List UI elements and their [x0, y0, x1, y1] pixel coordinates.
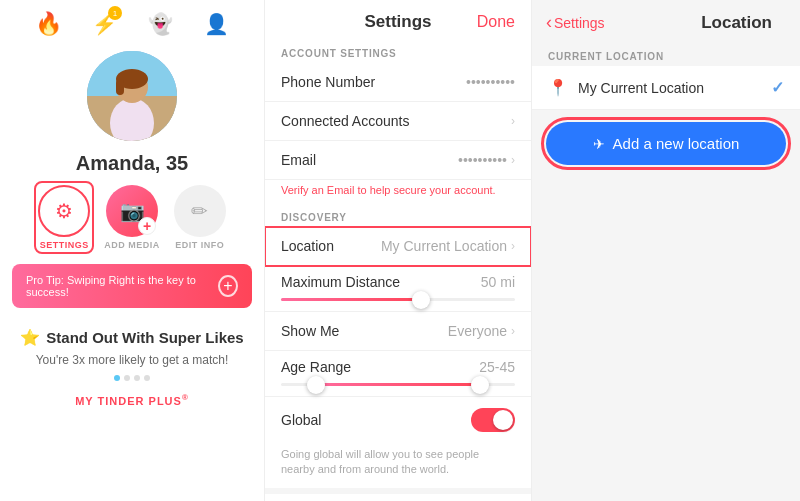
left-panel: 🔥 ⚡ 1 👻 👤 Amanda, 35 [0, 0, 265, 501]
carousel-dots [18, 375, 246, 381]
pro-tip-banner[interactable]: Pro Tip: Swiping Right is the key to suc… [12, 264, 252, 308]
email-label: Email [281, 152, 316, 168]
done-button[interactable]: Done [477, 13, 515, 31]
email-value: •••••••••• › [458, 152, 515, 168]
edit-info-label: EDIT INFO [175, 240, 224, 250]
chevron-icon: › [511, 153, 515, 167]
location-label: Location [281, 238, 334, 254]
show-me-value: Everyone › [448, 323, 515, 339]
location-row[interactable]: Location My Current Location › [265, 227, 531, 266]
middle-panel: Settings Done ACCOUNT SETTINGS Phone Num… [265, 0, 532, 501]
max-distance-value: 50 mi [481, 274, 515, 290]
max-distance-slider[interactable] [281, 298, 515, 301]
svg-rect-5 [116, 79, 124, 95]
plane-icon: ✈ [593, 136, 605, 152]
super-likes-title: ⭐ Stand Out With Super Likes [18, 328, 246, 347]
back-button[interactable]: ‹ Settings [546, 12, 605, 33]
show-me-label: Show Me [281, 323, 339, 339]
preferred-section: PREFERRED LANGUAGES English Add Language… [265, 488, 531, 501]
my-current-location-row[interactable]: 📍 My Current Location ✓ [532, 66, 800, 110]
super-likes-section: ⭐ Stand Out With Super Likes You're 3x m… [0, 320, 264, 417]
age-range-label: Age Range [281, 359, 351, 375]
phone-number-row[interactable]: Phone Number •••••••••• [265, 63, 531, 102]
user-name: Amanda, 35 [76, 152, 188, 175]
edit-info-action[interactable]: ✏ EDIT INFO [174, 185, 226, 250]
action-buttons: ⚙ SETTINGS 📷 + ADD MEDIA ✏ EDIT INFO [38, 185, 226, 250]
star-icon: ⭐ [20, 328, 40, 347]
connected-value: › [511, 114, 515, 128]
pencil-icon: ✏ [191, 199, 208, 223]
settings-label: SETTINGS [40, 240, 89, 250]
right-panel: ‹ Settings Location CURRENT LOCATION 📍 M… [532, 0, 800, 501]
age-range-slider[interactable] [281, 383, 515, 386]
camera-circle[interactable]: 📷 + [106, 185, 158, 237]
settings-title: Settings [364, 12, 431, 32]
global-note: Going global will allow you to see peopl… [265, 443, 531, 488]
age-range-max-thumb[interactable] [471, 376, 489, 394]
back-chevron-icon: ‹ [546, 12, 552, 33]
right-content: CURRENT LOCATION 📍 My Current Location ✓… [532, 41, 800, 165]
add-media-action[interactable]: 📷 + ADD MEDIA [104, 185, 160, 250]
super-likes-subtitle: You're 3x more likely to get a match! [18, 353, 246, 367]
global-row: Global [265, 397, 531, 443]
age-range-min-thumb[interactable] [307, 376, 325, 394]
right-header: ‹ Settings Location [532, 0, 800, 41]
profile-icon[interactable]: 👤 [202, 10, 230, 38]
notification-icon[interactable]: ⚡ 1 [90, 10, 118, 38]
avatar [87, 51, 177, 141]
tinder-logo-icon: 🔥 [34, 10, 62, 38]
right-title: Location [701, 13, 772, 33]
ghost-icon[interactable]: 👻 [146, 10, 174, 38]
dot-1 [114, 375, 120, 381]
phone-value: •••••••••• [466, 74, 515, 90]
top-navigation: 🔥 ⚡ 1 👻 👤 [0, 10, 264, 46]
dot-3 [134, 375, 140, 381]
pro-tip-plus-button[interactable]: + [218, 275, 238, 297]
tinder-plus-button[interactable]: MY TINDER PLUS® [75, 393, 189, 407]
location-name: My Current Location [578, 80, 704, 96]
notification-badge: 1 [108, 6, 122, 20]
connected-accounts-row[interactable]: Connected Accounts › [265, 102, 531, 141]
checkmark-icon: ✓ [771, 78, 784, 97]
dot-2 [124, 375, 130, 381]
edit-circle[interactable]: ✏ [174, 185, 226, 237]
connected-label: Connected Accounts [281, 113, 409, 129]
plus-badge: + [138, 217, 156, 235]
chevron-icon: › [511, 239, 515, 253]
email-verify-text: Verify an Email to help secure your acco… [265, 180, 531, 204]
global-toggle[interactable] [471, 408, 515, 432]
chevron-icon: › [511, 324, 515, 338]
show-me-row[interactable]: Show Me Everyone › [265, 312, 531, 351]
phone-label: Phone Number [281, 74, 375, 90]
email-row[interactable]: Email •••••••••• › [265, 141, 531, 180]
age-range-value: 25-45 [479, 359, 515, 375]
max-distance-row: Maximum Distance 50 mi [265, 266, 531, 312]
account-section-header: ACCOUNT SETTINGS [265, 40, 531, 63]
location-pin-icon: 📍 [548, 78, 568, 97]
pro-tip-text: Pro Tip: Swiping Right is the key to suc… [26, 274, 218, 298]
gear-icon: ⚙ [55, 199, 73, 223]
toggle-thumb [493, 410, 513, 430]
discovery-section-header: DISCOVERY [265, 204, 531, 227]
global-label: Global [281, 412, 321, 428]
settings-circle[interactable]: ⚙ [38, 185, 90, 237]
settings-button-wrapper: ⚙ SETTINGS [38, 185, 90, 250]
slider-thumb[interactable] [412, 291, 430, 309]
age-range-row: Age Range 25-45 [265, 351, 531, 397]
add-media-label: ADD MEDIA [104, 240, 160, 250]
preferred-section-header: PREFERRED LANGUAGES [265, 494, 531, 501]
max-distance-label: Maximum Distance [281, 274, 400, 290]
settings-action[interactable]: ⚙ SETTINGS [38, 185, 90, 250]
location-value: My Current Location › [381, 238, 515, 254]
chevron-icon: › [511, 114, 515, 128]
settings-header: Settings Done [265, 0, 531, 40]
current-location-header: CURRENT LOCATION [532, 41, 800, 66]
dot-4 [144, 375, 150, 381]
add-new-location-button[interactable]: ✈ Add a new location [546, 122, 786, 165]
